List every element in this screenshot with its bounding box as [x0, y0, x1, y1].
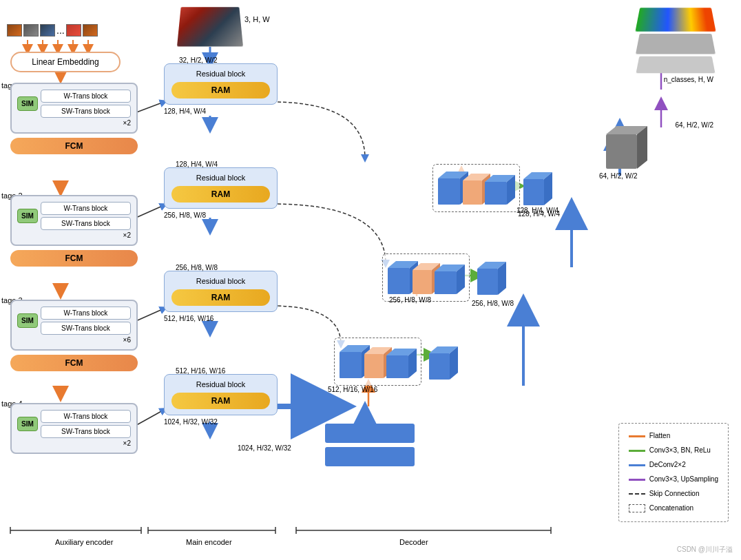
stage2-trans2: SW-Trans block — [41, 217, 131, 230]
main-enc-block2: Residual block RAM 256, H/8, W/8 — [164, 167, 278, 219]
legend-flatten: Flatten — [629, 429, 718, 443]
legend-concat-box — [629, 504, 645, 512]
svg-rect-60 — [388, 268, 410, 294]
input-dim-label: 3, H, W — [244, 15, 270, 23]
svg-rect-66 — [435, 271, 457, 294]
svg-rect-81 — [523, 179, 544, 205]
stage1-repeat: ×2 — [17, 119, 131, 127]
main-enc-block1-inner: Residual block RAM — [164, 63, 278, 105]
stage3-fcm: FCM — [10, 355, 138, 371]
bottom-label-main: Main encoder — [186, 538, 232, 546]
stage1-sim: SIM — [17, 96, 38, 111]
stage3-sim: SIM — [17, 313, 38, 328]
main-enc-block4-inner: Residual block RAM — [164, 374, 278, 415]
stage1-block: SIM W-Trans block SW-Trans block ×2 FCM — [10, 77, 138, 154]
main-enc-block3-dim: 512, H/16, W/16 — [164, 315, 278, 322]
thumb-5 — [83, 24, 98, 37]
stage4-trans-stack: W-Trans block SW-Trans block — [41, 410, 131, 438]
linear-embedding-box: Linear Embedding — [10, 52, 121, 72]
stage2-trans-stack: W-Trans block SW-Trans block — [41, 202, 131, 230]
dim-512: 512, H/16, W/16 — [176, 367, 225, 375]
legend-flatten-label: Flatten — [649, 429, 671, 443]
thumb-3 — [40, 24, 55, 37]
concat-128-inner — [432, 164, 520, 212]
stage4-trans1: W-Trans block — [41, 410, 131, 423]
main-enc-block3-res-label: Residual block — [171, 277, 270, 285]
output-n-classes-label: n_classes, H, W — [638, 76, 713, 83]
concat-128-svg — [437, 168, 516, 208]
dim-512-dec: 512, H/16, W/16 — [328, 386, 377, 393]
svg-rect-78 — [485, 182, 507, 205]
stage2-block: SIM W-Trans block SW-Trans block ×2 FCM — [10, 189, 138, 267]
dim-256: 256, H/8, W/8 — [176, 264, 218, 271]
main-enc-block3: Residual block RAM 512, H/16, W/16 — [164, 271, 278, 322]
stage3-sim-trans: SIM W-Trans block SW-Trans block — [17, 307, 131, 335]
stage4-block: SIM W-Trans block SW-Trans block ×2 — [10, 397, 138, 454]
stage2-fcm: FCM — [10, 250, 138, 267]
legend-deconv: DeConv2×2 — [629, 458, 718, 472]
stage3-trans-stack: W-Trans block SW-Trans block — [41, 307, 131, 335]
legend-deconv-label: DeConv2×2 — [649, 458, 686, 472]
thumb-2 — [23, 24, 39, 37]
dim-64-dec: 64, H/2, W/2 — [599, 172, 638, 180]
output-gray-layer1 — [636, 34, 716, 54]
legend-concat: Concatenation — [629, 501, 718, 515]
concat-512-box — [334, 338, 421, 386]
dim-128: 128, H/4, W/4 — [176, 160, 218, 168]
legend-deconv-line — [629, 464, 645, 466]
stage1-trans-stack: W-Trans block SW-Trans block — [41, 90, 131, 118]
stage3-inner: SIM W-Trans block SW-Trans block ×6 — [10, 300, 138, 351]
dim-256-dec2: 256, H/8, W/8 — [472, 300, 514, 307]
diagram-container: ... Linear Embedding tage 1 SIM W-Trans … — [0, 0, 741, 560]
stage3-repeat: ×6 — [17, 336, 131, 344]
svg-rect-84 — [606, 134, 637, 169]
linear-embedding-container: Linear Embedding — [10, 52, 121, 72]
dec-128-single — [520, 169, 554, 210]
main-enc-block2-inner: Residual block RAM — [164, 167, 278, 209]
stage1-fcm: FCM — [10, 138, 138, 154]
main-enc-block3-ram: RAM — [171, 289, 270, 306]
legend-conv-label: Conv3×3, BN, ReLu — [649, 444, 711, 457]
main-enc-block1-dim: 128, H/4, W/4 — [164, 107, 278, 115]
stage1-inner: SIM W-Trans block SW-Trans block ×2 — [10, 83, 138, 134]
stage1-sim-trans: SIM W-Trans block SW-Trans block — [17, 90, 131, 118]
main-enc-block1-ram: RAM — [171, 82, 270, 98]
output-pred-layer — [635, 8, 716, 31]
main-enc-block1: Residual block RAM 128, H/4, W/4 — [164, 63, 278, 115]
stage4-sim-trans: SIM W-Trans block SW-Trans block — [17, 410, 131, 438]
main-enc-block4-dim: 1024, H/32, W/32 — [164, 418, 278, 426]
concat-256-box — [382, 253, 470, 302]
svg-rect-75 — [463, 180, 482, 205]
legend-conv: Conv3×3, BN, ReLu — [629, 444, 718, 457]
dim-256-dec: 256, H/8, W/8 — [389, 296, 431, 304]
bottom-label-decoder: Decoder — [399, 538, 428, 546]
main-enc-block4: Residual block RAM 1024, H/32, W/32 — [164, 374, 278, 426]
concat-256-inner — [382, 253, 470, 302]
svg-rect-57 — [429, 353, 450, 380]
svg-rect-51 — [364, 354, 384, 378]
stage2-trans1: W-Trans block — [41, 202, 131, 215]
thumb-4 — [66, 24, 81, 37]
stage4-trans2: SW-Trans block — [41, 425, 131, 438]
decoder-1024-blocks — [325, 424, 415, 466]
main-enc-block2-res-label: Residual block — [171, 174, 270, 182]
main-enc-block3-inner: Residual block RAM — [164, 271, 278, 312]
legend-upsample-line — [629, 479, 645, 481]
stage2-inner: SIM W-Trans block SW-Trans block ×2 — [10, 195, 138, 246]
watermark: CSDN @川川子溢 — [677, 545, 733, 554]
stacked-input-images: ... — [7, 24, 98, 37]
output-gray-layer2 — [636, 56, 716, 73]
stage4-inner: SIM W-Trans block SW-Trans block ×2 — [10, 403, 138, 454]
input-image-visual — [177, 7, 243, 46]
legend: Flatten Conv3×3, BN, ReLu DeConv2×2 Conv… — [618, 423, 729, 522]
stage3-trans2: SW-Trans block — [41, 322, 131, 335]
output-64-label: 64, H/2, W/2 — [638, 121, 713, 129]
dim-32: 32, H/2, W/2 — [179, 56, 218, 64]
concat-512-inner — [334, 338, 421, 386]
svg-rect-54 — [386, 355, 408, 378]
legend-upsample: Conv3×3, UpSampling — [629, 473, 718, 486]
dec-block-1024-bottom — [325, 447, 415, 466]
dec-256-svg — [474, 258, 508, 298]
dim-128-dec2: 128, H/4, W/4 — [518, 210, 560, 218]
main-enc-block1-res-label: Residual block — [171, 70, 270, 78]
